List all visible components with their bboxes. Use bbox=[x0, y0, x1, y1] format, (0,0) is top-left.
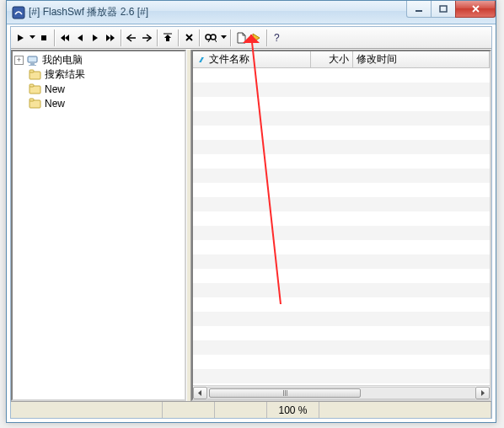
list-header: 文件名称 大小 修改时间 bbox=[193, 51, 490, 68]
tree-label: 我的电脑 bbox=[42, 53, 83, 67]
new-file-button[interactable] bbox=[233, 29, 249, 47]
toolbar: ? bbox=[11, 27, 491, 49]
column-header-label: 文件名称 bbox=[209, 52, 249, 67]
back-button[interactable] bbox=[124, 29, 139, 47]
svg-rect-0 bbox=[13, 7, 24, 19]
help-button[interactable]: ? bbox=[270, 29, 285, 47]
sort-icon bbox=[196, 55, 206, 65]
play-dropdown[interactable] bbox=[28, 35, 36, 40]
status-zoom: 100 % bbox=[267, 402, 319, 418]
svg-point-8 bbox=[211, 35, 216, 40]
computer-icon bbox=[26, 55, 40, 67]
play-color-button[interactable] bbox=[249, 29, 264, 47]
separator bbox=[230, 29, 231, 46]
scroll-left-button[interactable] bbox=[193, 387, 207, 399]
next-button[interactable] bbox=[88, 29, 103, 47]
horizontal-scrollbar[interactable] bbox=[193, 385, 490, 399]
separator bbox=[178, 29, 179, 46]
svg-rect-3 bbox=[41, 35, 46, 40]
last-button[interactable] bbox=[103, 29, 118, 47]
separator bbox=[54, 29, 55, 46]
svg-rect-13 bbox=[30, 63, 35, 65]
app-icon bbox=[12, 6, 25, 19]
svg-rect-18 bbox=[29, 84, 34, 87]
svg-rect-12 bbox=[28, 56, 37, 62]
folder-icon bbox=[29, 83, 42, 95]
column-header-modified[interactable]: 修改时间 bbox=[353, 51, 490, 67]
column-header-name[interactable]: 文件名称 bbox=[193, 51, 311, 67]
tree-root[interactable]: + 我的电脑 bbox=[14, 53, 185, 67]
window-title: [#] FlashSwf 播放器 2.6 [#] bbox=[29, 5, 148, 19]
tree-label: 搜索结果 bbox=[45, 67, 85, 82]
svg-rect-1 bbox=[416, 10, 422, 12]
status-bar: 100 % bbox=[11, 401, 491, 418]
svg-rect-20 bbox=[29, 99, 34, 101]
client-area: ? + 我的电脑 搜索结果 New New bbox=[10, 26, 492, 419]
svg-rect-16 bbox=[29, 70, 34, 72]
tree-item[interactable]: New bbox=[14, 96, 185, 110]
separator bbox=[199, 29, 200, 46]
status-cell bbox=[163, 402, 215, 418]
tree-item[interactable]: 搜索结果 bbox=[14, 67, 185, 82]
svg-point-7 bbox=[206, 35, 211, 40]
separator bbox=[157, 29, 158, 46]
titlebar[interactable]: [#] FlashSwf 播放器 2.6 [#] bbox=[7, 1, 496, 24]
svg-rect-14 bbox=[29, 65, 36, 66]
list-body[interactable] bbox=[193, 68, 490, 399]
search-button[interactable] bbox=[202, 29, 219, 47]
svg-text:?: ? bbox=[274, 32, 280, 43]
column-header-size[interactable]: 大小 bbox=[311, 51, 353, 67]
minimize-button[interactable] bbox=[406, 1, 432, 18]
maximize-button[interactable] bbox=[431, 1, 456, 18]
folder-icon bbox=[29, 98, 42, 110]
status-cell bbox=[319, 402, 491, 418]
stop-button[interactable] bbox=[36, 29, 51, 47]
zoom-value: 100 % bbox=[278, 404, 307, 416]
separator bbox=[121, 29, 121, 46]
first-button[interactable] bbox=[57, 29, 72, 47]
column-header-label: 修改时间 bbox=[357, 52, 397, 67]
list-pane: 文件名称 大小 修改时间 bbox=[191, 50, 491, 401]
column-header-label: 大小 bbox=[329, 52, 349, 67]
svg-rect-2 bbox=[440, 6, 447, 12]
status-cell bbox=[11, 402, 163, 418]
content-area: + 我的电脑 搜索结果 New New bbox=[11, 50, 491, 401]
status-cell bbox=[215, 402, 267, 418]
prev-button[interactable] bbox=[72, 29, 88, 47]
tree-pane[interactable]: + 我的电脑 搜索结果 New New bbox=[11, 50, 186, 401]
delete-button[interactable] bbox=[181, 29, 196, 47]
close-button[interactable] bbox=[455, 1, 496, 18]
forward-button[interactable] bbox=[139, 29, 154, 47]
tree-item[interactable]: New bbox=[14, 82, 185, 96]
separator bbox=[266, 29, 267, 46]
window-controls bbox=[407, 1, 496, 18]
up-button[interactable] bbox=[160, 29, 175, 47]
expand-toggle[interactable]: + bbox=[14, 56, 24, 65]
tree-label: New bbox=[45, 83, 65, 95]
scroll-track[interactable] bbox=[207, 387, 475, 399]
svg-line-10 bbox=[215, 40, 217, 42]
tree-label: New bbox=[45, 98, 65, 110]
search-dropdown[interactable] bbox=[219, 35, 228, 40]
play-button[interactable] bbox=[13, 29, 28, 47]
scroll-right-button[interactable] bbox=[475, 387, 490, 399]
folder-icon bbox=[29, 69, 42, 81]
app-window: [#] FlashSwf 播放器 2.6 [#] bbox=[6, 0, 496, 423]
scroll-thumb[interactable] bbox=[209, 388, 361, 398]
